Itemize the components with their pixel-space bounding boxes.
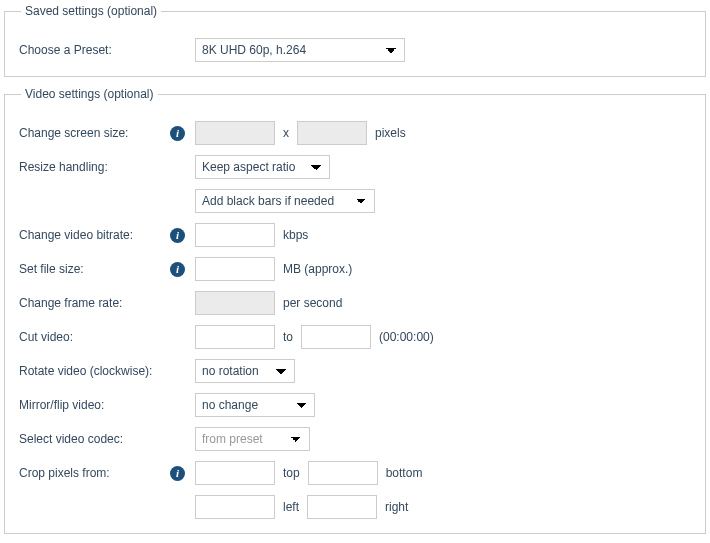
- cut-hint: (00:00:00): [379, 330, 434, 344]
- left-label: left: [283, 500, 299, 514]
- to-separator: to: [283, 330, 293, 344]
- rotate-row: Rotate video (clockwise): no rotation: [19, 359, 691, 383]
- codec-select[interactable]: from preset: [195, 427, 310, 451]
- cut-to-input[interactable]: [301, 325, 371, 349]
- preset-row: Choose a Preset: 8K UHD 60p, h.264: [19, 38, 691, 62]
- rotate-select[interactable]: no rotation: [195, 359, 295, 383]
- crop-top-input[interactable]: [195, 461, 275, 485]
- screen-height-input[interactable]: [297, 121, 367, 145]
- codec-label: Select video codec:: [19, 432, 185, 446]
- video-settings-legend: Video settings (optional): [21, 87, 158, 101]
- persecond-unit: per second: [283, 296, 342, 310]
- aspect-ratio-select[interactable]: Keep aspect ratio: [195, 155, 330, 179]
- rotate-label: Rotate video (clockwise):: [19, 364, 185, 378]
- mirror-select[interactable]: no change: [195, 393, 315, 417]
- mirror-label: Mirror/flip video:: [19, 398, 185, 412]
- info-icon[interactable]: i: [170, 126, 185, 141]
- info-icon[interactable]: i: [170, 262, 185, 277]
- framerate-label: Change frame rate:: [19, 296, 185, 310]
- preset-label: Choose a Preset:: [19, 43, 185, 57]
- screen-width-input[interactable]: [195, 121, 275, 145]
- crop-right-input[interactable]: [307, 495, 377, 519]
- kbps-unit: kbps: [283, 228, 308, 242]
- saved-settings-fieldset: Saved settings (optional) Choose a Prese…: [4, 4, 706, 77]
- framerate-input[interactable]: [195, 291, 275, 315]
- blackbars-row: Add black bars if needed: [19, 189, 691, 213]
- cut-row: Cut video: to (00:00:00): [19, 325, 691, 349]
- bitrate-label: Change video bitrate:: [19, 228, 164, 242]
- mb-unit: MB (approx.): [283, 262, 352, 276]
- info-icon[interactable]: i: [170, 466, 185, 481]
- crop-left-row: left right: [19, 495, 691, 519]
- video-settings-fieldset: Video settings (optional) Change screen …: [4, 87, 706, 534]
- resize-label: Resize handling:: [19, 160, 185, 174]
- top-label: top: [283, 466, 300, 480]
- mirror-row: Mirror/flip video: no change: [19, 393, 691, 417]
- framerate-row: Change frame rate: per second: [19, 291, 691, 315]
- bitrate-input[interactable]: [195, 223, 275, 247]
- info-icon[interactable]: i: [170, 228, 185, 243]
- codec-row: Select video codec: from preset: [19, 427, 691, 451]
- bottom-label: bottom: [386, 466, 423, 480]
- saved-settings-legend: Saved settings (optional): [21, 4, 161, 18]
- pixels-unit: pixels: [375, 126, 406, 140]
- filesize-label: Set file size:: [19, 262, 164, 276]
- cut-label: Cut video:: [19, 330, 185, 344]
- filesize-input[interactable]: [195, 257, 275, 281]
- filesize-row: Set file size: i MB (approx.): [19, 257, 691, 281]
- right-label: right: [385, 500, 408, 514]
- crop-label: Crop pixels from:: [19, 466, 164, 480]
- x-separator: x: [283, 126, 289, 140]
- crop-bottom-input[interactable]: [308, 461, 378, 485]
- preset-select[interactable]: 8K UHD 60p, h.264: [195, 38, 405, 62]
- crop-left-input[interactable]: [195, 495, 275, 519]
- blackbars-select[interactable]: Add black bars if needed: [195, 189, 375, 213]
- screen-size-label: Change screen size:: [19, 126, 164, 140]
- bitrate-row: Change video bitrate: i kbps: [19, 223, 691, 247]
- resize-row: Resize handling: Keep aspect ratio: [19, 155, 691, 179]
- crop-top-row: Crop pixels from: i top bottom: [19, 461, 691, 485]
- screen-size-row: Change screen size: i x pixels: [19, 121, 691, 145]
- cut-from-input[interactable]: [195, 325, 275, 349]
